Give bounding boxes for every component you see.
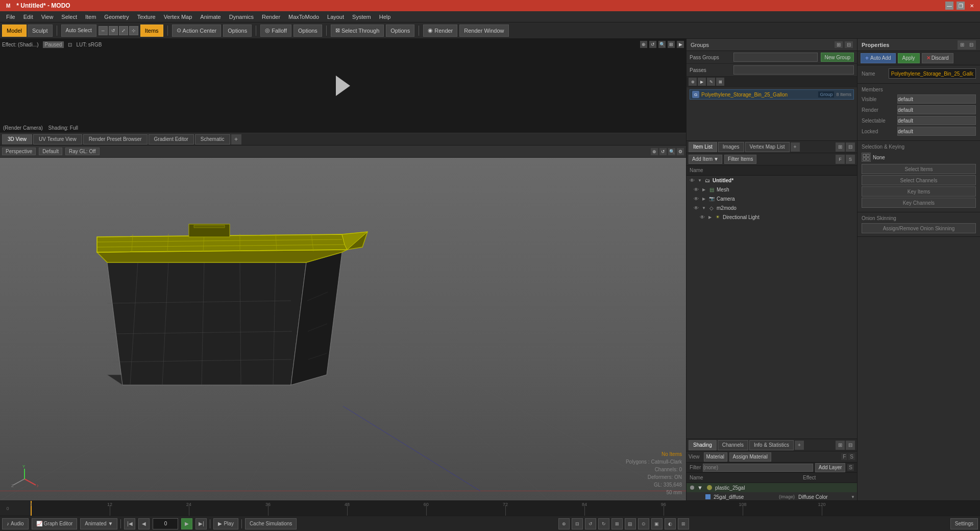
shading-popout-icon[interactable]: ⊟	[846, 441, 855, 450]
items-button[interactable]: Items	[140, 25, 163, 37]
bottom-icon-2[interactable]: ⊟	[572, 518, 583, 529]
cache-simulations-button[interactable]: Cache Simulations	[245, 518, 297, 529]
scene-item-light[interactable]: 👁 ▶ ☀ Directional Light	[687, 212, 857, 222]
anim-icon-1[interactable]: ⊕	[640, 41, 647, 48]
shading-view-select[interactable]: Material	[704, 452, 727, 462]
bottom-icon-8[interactable]: ▣	[651, 518, 663, 529]
group-icon-3[interactable]: ✎	[707, 78, 715, 86]
expand-light[interactable]: ▶	[707, 214, 713, 220]
add-layer-button[interactable]: Add Layer	[815, 463, 846, 472]
vis-eye-light[interactable]: 👁	[699, 213, 706, 221]
menu-item-animate[interactable]: Animate	[196, 13, 225, 21]
menu-item-file[interactable]: File	[2, 13, 19, 21]
filter-items-button[interactable]: Filter Items	[724, 155, 756, 164]
new-group-button[interactable]: New Group	[821, 53, 854, 62]
group-icon-2[interactable]: ▶	[698, 78, 706, 86]
select-through-options-button[interactable]: Options	[386, 25, 414, 37]
key-channels-button[interactable]: Key Channels	[862, 198, 976, 208]
viewport-tab-render-preset-browser[interactable]: Render Preset Browser	[83, 134, 148, 144]
vis-eye-untitled[interactable]: 👁	[689, 177, 696, 184]
tab-item-list[interactable]: Item List	[689, 142, 717, 152]
play-button[interactable]: ▶ Play	[213, 518, 238, 529]
filter-select[interactable]: (none)	[703, 464, 813, 472]
frame-input[interactable]	[153, 518, 178, 529]
shading-expand-icon[interactable]: ⊞	[836, 441, 845, 450]
viewport-tab-schematic[interactable]: Schematic	[195, 134, 230, 144]
view3d-icon-4[interactable]: ⚙	[677, 148, 684, 155]
anim-icon-3[interactable]: 🔍	[658, 41, 666, 48]
key-items-button[interactable]: Key Items	[862, 186, 976, 197]
transport-play-button[interactable]: ▶	[181, 518, 192, 529]
groups-collapse-button[interactable]: ⊟	[845, 41, 853, 48]
tab-channels[interactable]: Channels	[718, 440, 748, 450]
shading-item-diffuse[interactable]: 25gal_diffuse (Image) Diffuse Color ▼	[687, 492, 857, 500]
viewport-tab-3d-view[interactable]: 3D View	[2, 134, 32, 144]
settings-button[interactable]: Settings	[950, 518, 978, 529]
groups-expand-button[interactable]: ⊞	[835, 41, 843, 48]
action-center-options-button[interactable]: Options	[223, 25, 252, 37]
scene-tab-add[interactable]: +	[791, 142, 800, 152]
auto-select-button[interactable]: Auto Select	[61, 25, 96, 37]
expand-m2modo[interactable]: ▼	[701, 205, 706, 210]
rotate-icon[interactable]: ↺	[109, 26, 118, 35]
group-icon-4[interactable]: ⊠	[716, 78, 724, 86]
raygl-button[interactable]: Ray GL: Off	[65, 148, 100, 155]
bottom-icon-9[interactable]: ◐	[665, 518, 676, 529]
scene-tool-2[interactable]: S	[846, 155, 855, 164]
menu-item-maxtomodo[interactable]: MaxToModo	[284, 13, 323, 21]
plastic-expand[interactable]: ▼	[697, 485, 704, 491]
bottom-icon-4[interactable]: ↻	[598, 518, 609, 529]
view3d-icon-2[interactable]: ↺	[659, 148, 667, 155]
animation-play-button[interactable]	[328, 70, 358, 101]
locked-select[interactable]: default	[897, 127, 976, 136]
expand-untitled[interactable]: ▼	[697, 178, 702, 183]
apply-button[interactable]: Apply	[898, 53, 920, 63]
menu-item-system[interactable]: System	[348, 13, 375, 21]
name-input[interactable]	[889, 68, 976, 79]
vis-eye-mesh[interactable]: 👁	[693, 186, 700, 193]
menu-item-help[interactable]: Help	[375, 13, 395, 21]
viewport-tab-add[interactable]: +	[231, 134, 241, 144]
scene-popout-icon[interactable]: ⊟	[846, 142, 855, 152]
viewport-canvas[interactable]: X Z Y No Items Polygons : Catmull-Clark …	[0, 158, 686, 500]
visible-select[interactable]: default	[897, 94, 976, 104]
pass-groups-select[interactable]	[733, 53, 818, 62]
falloff-button[interactable]: ◎ Falloff	[260, 25, 291, 37]
selectable-select[interactable]: default	[897, 116, 976, 125]
expand-camera[interactable]: ▶	[701, 196, 706, 201]
scale-icon[interactable]: ⤢	[119, 26, 128, 35]
select-items-button[interactable]: Select Items	[862, 164, 976, 174]
menu-item-geometry[interactable]: Geometry	[100, 13, 133, 21]
menu-item-layout[interactable]: Layout	[323, 13, 348, 21]
scene-item-camera[interactable]: 👁 ▶ 📷 Camera	[687, 194, 857, 203]
add-item-button[interactable]: Add Item ▼	[689, 155, 722, 164]
diffuse-effect-arrow[interactable]: ▼	[851, 495, 855, 499]
translate-icon[interactable]: ↔	[99, 26, 108, 35]
menu-item-render[interactable]: Render	[258, 13, 284, 21]
menu-item-item[interactable]: Item	[81, 13, 100, 21]
timeline-ruler[interactable]: 0 12 24 36 48 60 72 84 96 108 120	[31, 501, 980, 516]
menu-item-view[interactable]: View	[37, 13, 58, 21]
vis-eye-camera[interactable]: 👁	[693, 195, 700, 202]
vis-eye-m2modo[interactable]: 👁	[693, 204, 700, 211]
restore-button[interactable]: ❐	[957, 2, 965, 10]
bottom-icon-5[interactable]: ⊠	[611, 518, 623, 529]
passes-select[interactable]	[733, 65, 854, 75]
scene-item-m2modo[interactable]: 👁 ▼ ◇ m2modo	[687, 203, 857, 212]
sculpt-mode-button[interactable]: Sculpt	[28, 25, 53, 37]
assign-material-button[interactable]: Assign Material	[729, 452, 771, 462]
select-through-button[interactable]: ⊠ Select Through	[331, 25, 384, 37]
default-button[interactable]: Default	[39, 148, 62, 155]
group-icon-1[interactable]: ⊕	[689, 78, 697, 86]
audio-button[interactable]: ♪ Audio	[2, 518, 29, 529]
menu-item-texture[interactable]: Texture	[133, 13, 160, 21]
tab-vertex-map[interactable]: Vertex Map List	[745, 142, 790, 152]
render-select[interactable]: default	[897, 105, 976, 114]
model-mode-button[interactable]: Model	[2, 25, 27, 37]
view3d-icon-1[interactable]: ⊕	[651, 148, 658, 155]
tab-info-stats[interactable]: Info & Statistics	[749, 440, 794, 450]
scene-item-untitled[interactable]: 👁 ▼ 🗂 Untitled*	[687, 176, 857, 185]
viewport-tab-uv-texture-view[interactable]: UV Texture View	[33, 134, 82, 144]
bottom-icon-10[interactable]: ⊞	[678, 518, 689, 529]
menu-item-vertex map[interactable]: Vertex Map	[160, 13, 197, 21]
